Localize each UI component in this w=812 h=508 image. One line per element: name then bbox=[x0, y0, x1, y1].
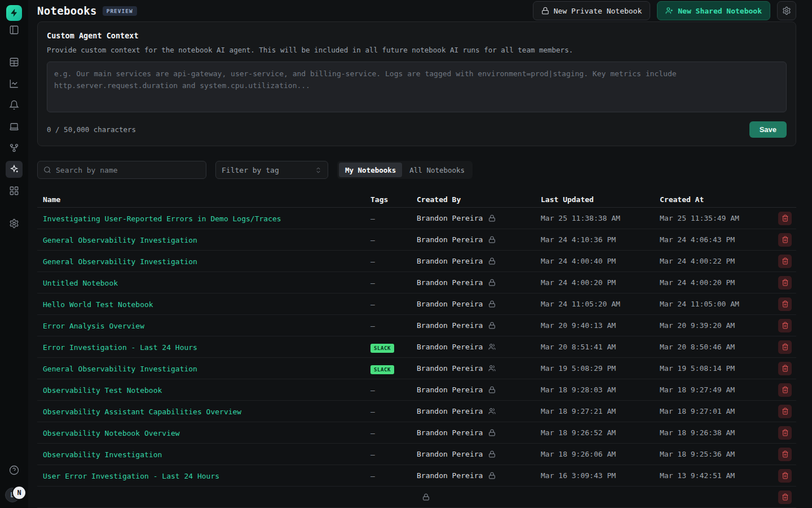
lock-icon bbox=[488, 472, 496, 479]
table-row[interactable]: User Error Investigation - Last 24 Hours… bbox=[37, 465, 796, 487]
last-updated-cell: Mar 16 3:09:43 PM bbox=[535, 471, 654, 480]
trash-icon bbox=[782, 343, 789, 351]
gear-icon bbox=[782, 6, 791, 15]
lock-icon bbox=[488, 322, 496, 329]
tag-filter-label: Filter by tag bbox=[222, 166, 279, 174]
notebook-tag: — bbox=[370, 450, 375, 459]
delete-notebook-button[interactable] bbox=[778, 362, 792, 375]
notebook-name-link[interactable]: Hello World Test Notebook bbox=[43, 300, 153, 309]
notebook-name-link[interactable]: Observability Test Notebook bbox=[43, 386, 162, 395]
table-row[interactable]: Investigating User-Reported Errors in De… bbox=[37, 208, 796, 229]
chevrons-up-down-icon bbox=[315, 167, 322, 174]
save-button[interactable]: Save bbox=[749, 121, 787, 138]
table-row[interactable]: General Observability Investigation — Br… bbox=[37, 251, 796, 272]
created-at-cell: Mar 24 11:05:00 AM bbox=[654, 300, 767, 308]
last-updated-cell: Mar 18 9:27:21 AM bbox=[535, 407, 654, 415]
delete-notebook-button[interactable] bbox=[778, 340, 792, 354]
notebook-name-link[interactable]: General Observability Investigation bbox=[43, 365, 197, 373]
sidebar-item-integrations[interactable] bbox=[6, 182, 23, 199]
delete-notebook-button[interactable] bbox=[778, 233, 792, 247]
table-row[interactable] bbox=[37, 487, 796, 508]
notebook-name-link[interactable]: Investigating User-Reported Errors in De… bbox=[43, 214, 281, 223]
table-row[interactable]: General Observability Investigation — Br… bbox=[37, 229, 796, 251]
git-fork-icon bbox=[9, 143, 19, 153]
delete-notebook-button[interactable] bbox=[778, 448, 792, 461]
trash-icon bbox=[782, 450, 789, 458]
created-at-cell: Mar 18 9:27:49 AM bbox=[654, 386, 767, 394]
notebook-name-link[interactable]: Error Analysis Overview bbox=[43, 322, 144, 330]
sidebar-item-services[interactable] bbox=[6, 139, 23, 156]
notebook-name-link[interactable]: Observability Assistant Capabilities Ove… bbox=[43, 408, 241, 416]
created-at-cell: Mar 20 9:39:20 AM bbox=[654, 321, 767, 330]
notebook-name-link[interactable]: Observability Notebook Overview bbox=[43, 429, 180, 437]
table-row[interactable]: Observability Notebook Overview — Brando… bbox=[37, 422, 796, 444]
app-logo[interactable] bbox=[6, 5, 22, 21]
column-header-name: Name bbox=[37, 195, 365, 204]
delete-notebook-button[interactable] bbox=[778, 405, 792, 418]
delete-notebook-button[interactable] bbox=[778, 255, 792, 268]
table-row[interactable]: Hello World Test Notebook — Brandon Pere… bbox=[37, 294, 796, 315]
delete-notebook-button[interactable] bbox=[778, 319, 792, 332]
notebook-settings-button[interactable] bbox=[777, 1, 796, 20]
layout-grid-icon bbox=[9, 186, 19, 196]
agent-context-textarea[interactable] bbox=[47, 62, 787, 112]
created-by-name: Brandon Pereira bbox=[417, 257, 483, 265]
delete-notebook-button[interactable] bbox=[778, 426, 792, 440]
lock-icon bbox=[488, 386, 496, 393]
tab-all-notebooks[interactable]: All Notebooks bbox=[403, 163, 471, 177]
avatar-stack[interactable]: B N bbox=[5, 485, 30, 501]
new-private-notebook-button[interactable]: New Private Notebook bbox=[533, 1, 651, 20]
panel-left-icon bbox=[9, 25, 19, 35]
sidebar-item-charts[interactable] bbox=[6, 75, 23, 92]
created-by-name: Brandon Pereira bbox=[417, 407, 483, 415]
delete-notebook-button[interactable] bbox=[778, 491, 792, 504]
notebook-name-link[interactable]: General Observability Investigation bbox=[43, 236, 197, 244]
new-shared-notebook-button[interactable]: New Shared Notebook bbox=[657, 1, 770, 20]
sidebar-item-tables[interactable] bbox=[6, 54, 23, 71]
notebook-tag: — bbox=[370, 214, 375, 223]
created-by-name: Brandon Pereira bbox=[417, 450, 483, 458]
table-row[interactable]: Observability Assistant Capabilities Ove… bbox=[37, 401, 796, 422]
table-row[interactable]: Observability Investigation — Brandon Pe… bbox=[37, 444, 796, 465]
delete-notebook-button[interactable] bbox=[778, 297, 792, 311]
table-row[interactable]: Error Investigation - Last 24 Hours SLAC… bbox=[37, 336, 796, 358]
page-title: Notebooks bbox=[37, 5, 97, 17]
delete-notebook-button[interactable] bbox=[778, 212, 792, 225]
tag-filter-select[interactable]: Filter by tag bbox=[215, 161, 328, 179]
help-circle-icon bbox=[9, 465, 19, 475]
table-icon bbox=[9, 57, 19, 67]
notebook-name-link[interactable]: Error Investigation - Last 24 Hours bbox=[43, 343, 197, 352]
sidebar-item-settings[interactable] bbox=[6, 215, 23, 232]
delete-notebook-button[interactable] bbox=[778, 469, 792, 483]
notebook-name-link[interactable]: User Error Investigation - Last 24 Hours bbox=[43, 472, 219, 480]
search-input[interactable] bbox=[56, 166, 200, 174]
table-row[interactable]: Untitled Notebook — Brandon Pereira Mar … bbox=[37, 272, 796, 294]
tab-my-notebooks[interactable]: My Notebooks bbox=[339, 163, 402, 177]
delete-notebook-button[interactable] bbox=[778, 383, 792, 397]
sidebar-item-panels[interactable] bbox=[6, 21, 23, 38]
laptop-icon bbox=[9, 121, 19, 132]
table-row[interactable]: Observability Test Notebook — Brandon Pe… bbox=[37, 379, 796, 401]
last-updated-cell: Mar 19 5:08:29 PM bbox=[535, 364, 654, 373]
card-title: Custom Agent Context bbox=[47, 31, 787, 41]
notebook-tag: — bbox=[370, 300, 375, 309]
table-body: Investigating User-Reported Errors in De… bbox=[37, 208, 796, 508]
page-header: Notebooks PREVIEW New Private Notebook N… bbox=[37, 0, 796, 21]
table-row[interactable]: General Observability Investigation SLAC… bbox=[37, 358, 796, 379]
created-by-name: Brandon Pereira bbox=[417, 343, 483, 351]
sidebar-item-hosts[interactable] bbox=[6, 118, 23, 135]
created-by-name: Brandon Pereira bbox=[417, 300, 483, 308]
sidebar-item-notebooks[interactable] bbox=[6, 161, 23, 178]
created-at-cell: Mar 24 4:00:20 PM bbox=[654, 278, 767, 287]
trash-icon bbox=[782, 408, 789, 415]
column-header-created-at: Created At bbox=[654, 195, 767, 204]
sidebar-item-alerts[interactable] bbox=[6, 97, 23, 113]
table-row[interactable]: Error Analysis Overview — Brandon Pereir… bbox=[37, 315, 796, 336]
delete-notebook-button[interactable] bbox=[778, 276, 792, 290]
trash-icon bbox=[782, 365, 789, 372]
column-header-tags: Tags bbox=[365, 195, 411, 204]
help-button[interactable] bbox=[6, 462, 23, 479]
notebook-name-link[interactable]: General Observability Investigation bbox=[43, 257, 197, 266]
notebook-name-link[interactable]: Observability Investigation bbox=[43, 450, 162, 459]
notebook-name-link[interactable]: Untitled Notebook bbox=[43, 279, 118, 287]
